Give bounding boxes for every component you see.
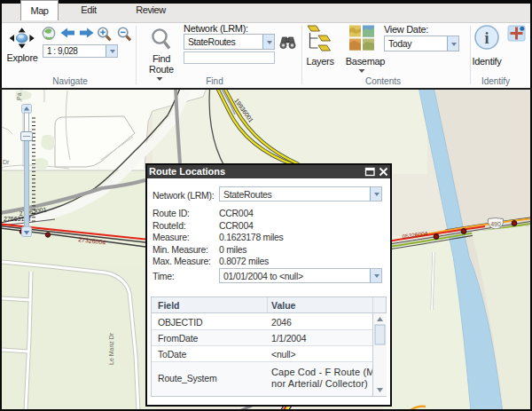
svg-text:490: 490 — [490, 221, 501, 227]
svg-text:Dr: Dr — [3, 159, 10, 165]
svg-text:i: i — [484, 29, 489, 47]
svg-text:Pa: Pa — [16, 92, 22, 100]
svg-text:Le Manz Dr: Le Manz Dr — [108, 332, 114, 365]
